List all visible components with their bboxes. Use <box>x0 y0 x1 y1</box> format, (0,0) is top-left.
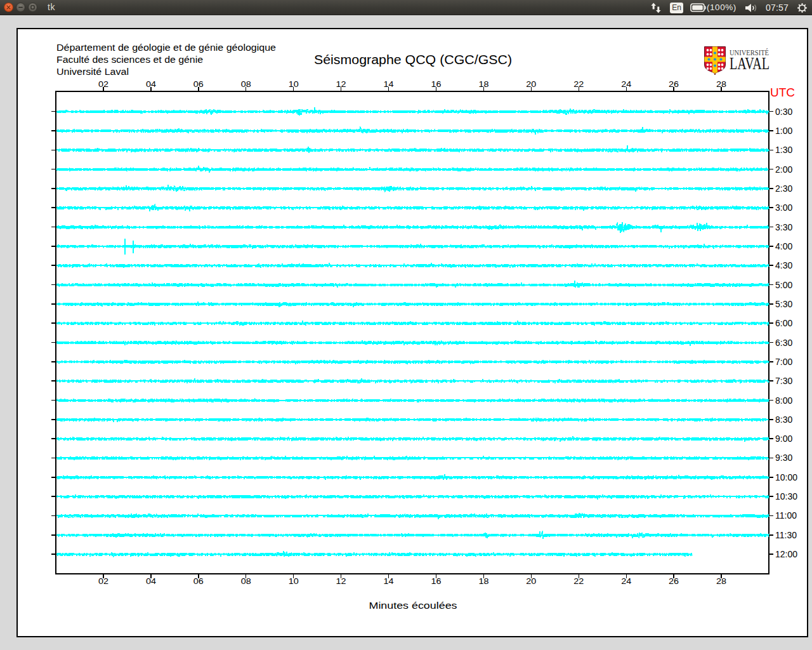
svg-text:Séismographe QCQ (CGC/GSC): Séismographe QCQ (CGC/GSC) <box>314 53 512 67</box>
svg-text:14: 14 <box>384 577 394 586</box>
svg-text:4:30: 4:30 <box>775 260 792 270</box>
svg-text:22: 22 <box>573 577 584 586</box>
svg-text:26: 26 <box>669 80 679 89</box>
svg-text:8:30: 8:30 <box>775 415 792 425</box>
svg-text:24: 24 <box>621 577 631 586</box>
svg-text:12: 12 <box>336 80 346 89</box>
svg-text:06: 06 <box>193 80 204 89</box>
svg-text:11:30: 11:30 <box>775 530 797 540</box>
svg-text:7:30: 7:30 <box>775 376 792 386</box>
svg-text:20: 20 <box>526 577 536 586</box>
svg-text:1:00: 1:00 <box>775 126 792 136</box>
svg-text:18: 18 <box>478 577 488 586</box>
svg-text:16: 16 <box>431 577 442 586</box>
svg-text:12: 12 <box>336 577 346 586</box>
svg-text:11:00: 11:00 <box>775 510 797 521</box>
svg-text:02: 02 <box>98 80 108 89</box>
svg-text:08: 08 <box>241 577 251 586</box>
svg-text:6:00: 6:00 <box>775 318 792 328</box>
svg-text:LAVAL: LAVAL <box>730 54 769 73</box>
svg-text:6:30: 6:30 <box>775 338 792 348</box>
svg-text:12:00: 12:00 <box>775 549 797 559</box>
svg-text:9:00: 9:00 <box>775 434 792 444</box>
svg-text:10: 10 <box>289 80 299 89</box>
svg-text:04: 04 <box>146 577 156 586</box>
svg-text:22: 22 <box>573 80 584 89</box>
svg-text:2:00: 2:00 <box>775 164 792 175</box>
svg-text:4:00: 4:00 <box>775 241 792 251</box>
svg-text:9:30: 9:30 <box>775 453 792 463</box>
svg-text:14: 14 <box>384 80 394 89</box>
svg-text:02: 02 <box>98 577 108 586</box>
svg-text:28: 28 <box>716 80 726 89</box>
svg-text:04: 04 <box>146 80 156 89</box>
svg-text:5:00: 5:00 <box>775 280 792 290</box>
svg-text:Université Laval: Université Laval <box>56 66 129 77</box>
svg-text:UTC: UTC <box>770 86 795 99</box>
svg-text:16: 16 <box>431 80 442 89</box>
svg-text:Faculté des sciences et de gén: Faculté des sciences et de génie <box>56 54 203 65</box>
svg-text:28: 28 <box>716 577 726 586</box>
svg-text:0:30: 0:30 <box>775 107 792 117</box>
svg-text:06: 06 <box>193 577 204 586</box>
svg-text:Département de géologie et de: Département de géologie et de génie géol… <box>56 42 276 53</box>
svg-text:1:30: 1:30 <box>775 145 792 155</box>
svg-text:18: 18 <box>478 80 488 89</box>
svg-text:5:30: 5:30 <box>775 299 792 309</box>
svg-text:7:00: 7:00 <box>775 357 792 367</box>
svg-text:10:30: 10:30 <box>775 491 797 501</box>
svg-text:20: 20 <box>526 80 536 89</box>
svg-text:26: 26 <box>669 577 679 586</box>
svg-text:Minutes écoulées: Minutes écoulées <box>369 600 457 611</box>
svg-text:2:30: 2:30 <box>775 183 792 194</box>
svg-text:3:30: 3:30 <box>775 222 792 232</box>
svg-text:10: 10 <box>289 577 299 586</box>
svg-text:08: 08 <box>241 80 251 89</box>
svg-text:3:00: 3:00 <box>775 202 792 213</box>
svg-text:8:00: 8:00 <box>775 395 792 406</box>
svg-text:10:00: 10:00 <box>775 472 797 482</box>
svg-text:24: 24 <box>621 80 631 89</box>
